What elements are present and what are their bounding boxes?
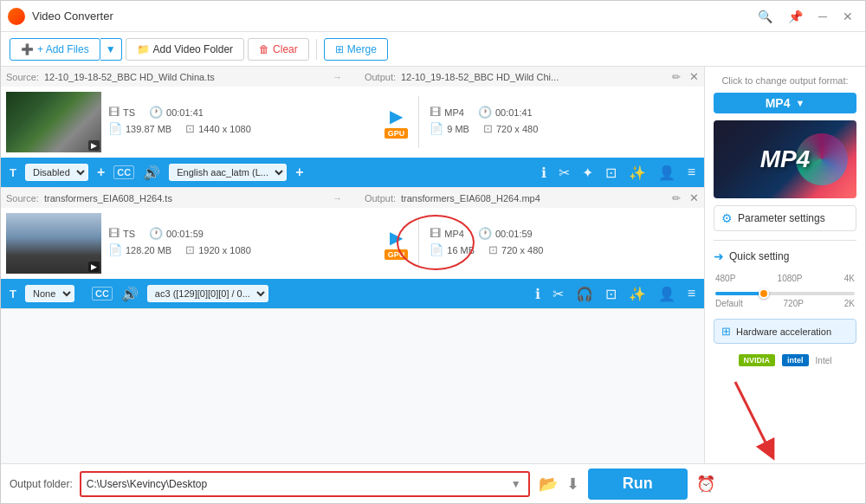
- file1-add-subtitle-btn[interactable]: +: [94, 163, 108, 182]
- right-panel: Click to change output format: MP4 ▼ MP4…: [705, 67, 865, 463]
- output-folder-label: Output folder:: [10, 478, 73, 490]
- file2-output-name: transformers_EIA608_H264.mp4: [401, 193, 667, 204]
- file1-enhance-btn[interactable]: ✨: [625, 163, 650, 183]
- close-button[interactable]: ✕: [837, 8, 858, 25]
- param-settings-button[interactable]: ⚙ Parameter settings: [714, 205, 856, 231]
- clear-icon: 🗑: [259, 43, 269, 55]
- file1-header: Source: 12-10_19-18-52_BBC HD_Wild China…: [1, 67, 704, 87]
- file2-crop-btn[interactable]: ⊡: [602, 284, 620, 304]
- file1-subtitle-select[interactable]: Disabled: [25, 164, 88, 181]
- add-files-button[interactable]: ➕ + Add Files: [10, 38, 100, 61]
- file2-cc-icon[interactable]: CC: [92, 287, 113, 300]
- file1-body: ▶ 🎞 TS 🕐 00:01:41: [1, 87, 704, 158]
- quality-slider-container: 480P 1080P 4K Default 720P 2K: [714, 270, 856, 312]
- intel-text: Intel: [816, 356, 832, 365]
- merge-button[interactable]: ⊞ Merge: [324, 38, 388, 61]
- add-folder-button[interactable]: 📁 Add Video Folder: [126, 38, 245, 61]
- file2-audio-select[interactable]: ac3 ([129][0][0][0] / 0...: [147, 285, 268, 302]
- output-folder-input[interactable]: [87, 478, 509, 490]
- file2-output-label: Output:: [365, 193, 396, 204]
- file2-source-size: 128.20 MB: [126, 245, 171, 255]
- file2-out-clock-icon: 🕐: [478, 227, 492, 240]
- format-selector[interactable]: MP4 ▼: [714, 93, 856, 113]
- file2-divider: [418, 217, 419, 269]
- quality-label-480p: 480P: [715, 274, 735, 283]
- file2-subtitle-select[interactable]: None: [25, 285, 74, 302]
- file1-tune-btn[interactable]: ≡: [684, 163, 699, 182]
- merge-icon: ⊞: [335, 43, 344, 55]
- file1-out-clock-icon: 🕐: [478, 106, 492, 119]
- file1-cc-icon[interactable]: CC: [113, 165, 134, 179]
- file1-source-label: Source:: [6, 72, 39, 82]
- file1-output-duration: 00:01:41: [495, 107, 533, 118]
- file2-close-icon[interactable]: ✕: [689, 191, 699, 204]
- file1-close-icon[interactable]: ✕: [689, 70, 699, 83]
- file1-info-btn[interactable]: ℹ: [538, 163, 550, 183]
- quality-track[interactable]: [715, 292, 855, 295]
- file1-add-audio-btn[interactable]: +: [292, 163, 307, 182]
- file1-crop-btn[interactable]: ⊡: [602, 163, 620, 183]
- format-hint: Click to change output format:: [714, 75, 856, 86]
- file2-tune-btn[interactable]: ≡: [684, 284, 699, 303]
- file1-out-res-item: ⊡ 720 x 480: [483, 122, 538, 135]
- file1-source-format: TS: [123, 107, 135, 118]
- file1-output-label: Output:: [365, 72, 396, 82]
- pin-icon[interactable]: 📌: [783, 8, 808, 25]
- file1-audio-icon[interactable]: 🔊: [139, 163, 164, 183]
- file1-effect-btn[interactable]: ✦: [578, 163, 597, 183]
- file1-duration-item: 🕐 00:01:41: [149, 106, 204, 119]
- file2-output-format: MP4: [444, 229, 464, 239]
- toolbar-separator: [316, 39, 317, 60]
- file1-rotate-btn[interactable]: 👤: [655, 163, 679, 183]
- file2-film-icon: 🎞: [108, 227, 120, 240]
- file2-headphone-btn[interactable]: 🎧: [572, 284, 597, 304]
- file1-subtitle-icon[interactable]: T: [6, 165, 20, 181]
- file2-edit-icon[interactable]: ✏: [672, 192, 681, 204]
- file1-thumbnail: ▶: [6, 92, 101, 152]
- quality-label-default: Default: [715, 299, 743, 308]
- browse-folder-btn[interactable]: 📂: [537, 473, 559, 495]
- file1-output-size: 9 MB: [447, 124, 469, 134]
- file1-audio-select[interactable]: English aac_latm (L...: [169, 164, 287, 181]
- file1-source-name: 12-10_19-18-52_BBC HD_Wild China.ts: [44, 72, 310, 82]
- file2-rotate-btn[interactable]: 👤: [655, 284, 679, 304]
- file1-out-film-icon: 🎞: [430, 106, 441, 119]
- file1-cut-btn[interactable]: ✂: [555, 163, 573, 183]
- quality-handle[interactable]: [759, 288, 769, 299]
- schedule-btn[interactable]: ⏰: [695, 473, 717, 495]
- file2-out-format-item: 🎞 MP4: [430, 227, 464, 240]
- format-name: MP4: [766, 96, 791, 110]
- file2-cut-btn[interactable]: ✂: [549, 284, 567, 304]
- file1-edit-icon[interactable]: ✏: [672, 71, 681, 83]
- format-preview: MP4: [714, 120, 856, 198]
- import-btn[interactable]: ⬇: [565, 473, 581, 495]
- file2-res-icon: ⊡: [185, 243, 195, 256]
- app-logo: [8, 8, 25, 25]
- file2-info-btn[interactable]: ℹ: [532, 284, 544, 304]
- nvidia-logo: NVIDIA: [739, 354, 776, 366]
- hw-accel-button[interactable]: ⊞ Hardware acceleration: [714, 319, 856, 344]
- file2-doc-icon: 📄: [108, 243, 122, 256]
- file2-subtitle-icon[interactable]: T: [6, 286, 20, 302]
- search-title-icon[interactable]: 🔍: [753, 8, 778, 25]
- hw-accel-icon: ⊞: [721, 325, 731, 338]
- minimize-button[interactable]: ─: [813, 8, 832, 25]
- file1-out-size-item: 📄 9 MB: [430, 122, 469, 135]
- bottom-icons: 📂 ⬇: [537, 473, 581, 495]
- title-bar: Video Converter 🔍 📌 ─ ✕: [1, 1, 865, 32]
- add-folder-label: Add Video Folder: [153, 43, 234, 55]
- file1-size-item: 📄 139.87 MB: [108, 122, 171, 135]
- output-folder-box: ▼: [80, 471, 530, 497]
- file2-source-name: transformers_EIA608_H264.ts: [44, 193, 310, 204]
- add-files-dropdown[interactable]: ▼: [100, 38, 122, 61]
- file2-audio-icon[interactable]: 🔊: [118, 284, 142, 304]
- clear-button[interactable]: 🗑 Clear: [248, 38, 309, 61]
- file2-source-duration: 00:01:59: [166, 229, 204, 239]
- file2-enhance-btn[interactable]: ✨: [625, 284, 650, 304]
- file2-add-subtitle-btn[interactable]: [80, 292, 87, 295]
- file2-duration-item: 🕐 00:01:59: [149, 227, 204, 240]
- quality-bottom-labels: Default 720P 2K: [715, 299, 855, 308]
- folder-dropdown-icon[interactable]: ▼: [509, 478, 523, 490]
- file-item-2: Source: transformers_EIA608_H264.ts → Ou…: [1, 188, 704, 309]
- run-button[interactable]: Run: [588, 468, 688, 500]
